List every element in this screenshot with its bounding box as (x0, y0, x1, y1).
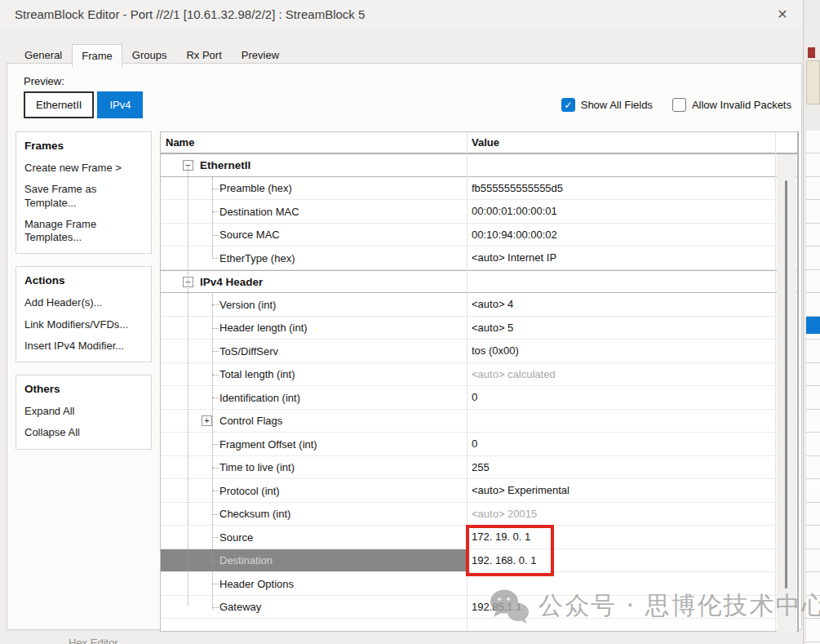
table-row-total-length-int[interactable]: Total length (int)<auto> calculated (161, 363, 797, 387)
tab-rx-port[interactable]: Rx Port (176, 45, 231, 66)
table-row-destination-mac[interactable]: Destination MAC00:00:01:00:00:01 (161, 200, 797, 224)
field-value-cell[interactable]: tos (0x00) (472, 340, 519, 362)
allow-invalid-packets-checkbox[interactable]: ✓ (672, 98, 686, 112)
name-cell[interactable]: Gateway (161, 596, 467, 619)
table-row-preamble-hex[interactable]: Preamble (hex)fb555555555555d5 (161, 177, 797, 201)
name-cell[interactable]: Destination (161, 549, 467, 572)
preview-header-buttons: EthernetIIIPv4 (24, 91, 143, 118)
sidebar-item-manage-frame-templates[interactable]: Manage Frame Templates... (16, 214, 151, 249)
field-value-cell[interactable]: <auto> 20015 (472, 503, 537, 526)
name-cell[interactable]: Version (int) (161, 293, 467, 316)
name-cell[interactable]: Destination MAC (161, 200, 467, 223)
field-value-cell[interactable]: 0 (472, 433, 477, 455)
table-row-header-length-int[interactable]: Header length (int)<auto> 5 (161, 317, 797, 340)
show-all-fields-option[interactable]: ✓ Show All Fields (561, 98, 653, 112)
field-value-cell[interactable]: fb555555555555d5 (472, 177, 563, 200)
name-cell[interactable]: Checksum (int) (161, 503, 467, 526)
sidebar-item-insert-ipv4-modifier[interactable]: Insert IPv4 Modifier... (16, 335, 151, 357)
allow-invalid-packets-label: Allow Invalid Packets (692, 99, 791, 111)
background-cell-fragment (806, 60, 820, 104)
name-cell[interactable]: Time to live (int) (161, 456, 467, 479)
close-icon[interactable]: ✕ (772, 5, 793, 24)
field-name-label: ToS/DiffServ (219, 344, 278, 357)
cell-end-divider (775, 132, 776, 631)
table-row-ethernetii[interactable]: −EthernetII (161, 153, 797, 177)
field-name-label: Fragment Offset (int) (219, 437, 317, 450)
watermark: 公众号 · 思博伦技术中心 (488, 588, 820, 624)
expander-plus-icon[interactable]: + (202, 415, 212, 426)
name-cell[interactable]: −IPv4 Header (161, 271, 467, 293)
preview-segment-ethernetii[interactable]: EthernetII (24, 91, 94, 118)
name-cell[interactable]: ToS/DiffServ (161, 340, 467, 362)
field-name-label: Header length (int) (219, 322, 308, 334)
name-cell[interactable]: +Control Flags (161, 410, 467, 433)
name-cell[interactable]: EtherType (hex) (161, 246, 467, 269)
tree-line (188, 165, 188, 606)
background-icon-fragment (808, 47, 815, 58)
name-cell[interactable]: Source (161, 526, 467, 549)
tree-branch-line (212, 189, 219, 189)
sidebar-item-save-frame-as-template[interactable]: Save Frame as Template... (16, 179, 151, 214)
tab-general[interactable]: General (15, 45, 72, 66)
sidebar-item-collapse-all[interactable]: Collapse All (16, 422, 151, 443)
scrollbar-thumb[interactable] (785, 180, 787, 588)
preview-segment-ipv4[interactable]: IPv4 (97, 91, 143, 118)
highlight-red-box (466, 525, 554, 576)
name-cell[interactable]: Identification (int) (161, 386, 467, 409)
name-cell[interactable]: Protocol (int) (161, 479, 467, 502)
table-scrollbar[interactable] (777, 154, 796, 632)
table-row-time-to-live-int[interactable]: Time to live (int)255 (161, 456, 797, 480)
name-cell[interactable]: Total length (int) (161, 363, 467, 386)
table-row-ipv4-header[interactable]: −IPv4 Header (161, 270, 797, 294)
field-name-label: Time to live (int) (219, 461, 295, 473)
table-row-tos-diffserv[interactable]: ToS/DiffServtos (0x00) (161, 340, 797, 363)
allow-invalid-packets-option[interactable]: ✓ Allow Invalid Packets (672, 98, 791, 112)
frame-fields-table: Name Value −EthernetIIPreamble (hex)fb55… (160, 131, 799, 632)
tree-branch-line (212, 514, 219, 515)
field-name-label: EthernetII (200, 159, 250, 171)
actions-sidebar: FramesCreate new Frame >Save Frame as Te… (16, 131, 152, 462)
tree-branch-line (212, 211, 219, 212)
show-all-fields-checkbox[interactable]: ✓ (561, 98, 575, 112)
table-row-identification-int[interactable]: Identification (int)0 (161, 386, 797, 410)
sidebar-item-link-modifiers-vfds[interactable]: Link Modifiers/VFDs... (16, 314, 151, 335)
field-value-cell[interactable]: 0 (472, 386, 477, 409)
name-cell[interactable]: −EthernetII (161, 154, 467, 176)
table-row-source-mac[interactable]: Source MAC00:10:94:00:00:02 (161, 224, 797, 247)
field-value-cell[interactable]: 00:10:94:00:00:02 (472, 224, 557, 246)
field-name-label: Header Options (219, 577, 294, 589)
field-value-cell[interactable]: <auto> calculated (472, 363, 556, 386)
field-value-cell[interactable]: 00:00:01:00:00:01 (472, 200, 557, 223)
tab-groups[interactable]: Groups (122, 45, 177, 66)
tree-line (212, 294, 213, 610)
title-bar[interactable]: StreamBlock Editor - Port //2/1 [10.61.3… (0, 0, 803, 29)
table-row-protocol-int[interactable]: Protocol (int)<auto> Experimental (161, 479, 797, 503)
column-header-name: Name (166, 136, 194, 149)
column-header-value: Value (472, 136, 499, 149)
name-cell[interactable]: Fragment Offset (int) (161, 433, 467, 455)
field-value-cell[interactable]: 255 (472, 456, 490, 479)
tab-bar: GeneralFrameGroupsRx PortPreview (15, 44, 289, 66)
name-cell[interactable]: Header length (int) (161, 317, 467, 340)
field-value-cell[interactable]: <auto> 4 (472, 293, 513, 316)
tree-line (212, 177, 213, 259)
field-value-cell[interactable]: <auto> 5 (472, 317, 513, 340)
table-row-ethertype-hex[interactable]: EtherType (hex)<auto> Internet IP (161, 246, 797, 270)
name-cell[interactable]: Header Options (161, 572, 467, 595)
field-value-cell[interactable]: <auto> Internet IP (472, 246, 556, 269)
background-table-rows (806, 131, 820, 644)
table-row-fragment-offset-int[interactable]: Fragment Offset (int)0 (161, 433, 797, 456)
sidebar-section-others: OthersExpand AllCollapse All (16, 375, 152, 450)
sidebar-item-expand-all[interactable]: Expand All (16, 401, 151, 422)
name-cell[interactable]: Preamble (hex) (161, 177, 467, 200)
table-row-checksum-int[interactable]: Checksum (int)<auto> 20015 (161, 503, 797, 526)
name-cell[interactable]: Source MAC (161, 224, 467, 246)
sidebar-item-create-new-frame[interactable]: Create new Frame > (16, 158, 151, 179)
table-row-control-flags[interactable]: +Control Flags (161, 410, 797, 433)
tree-branch-line (212, 468, 219, 469)
sidebar-item-add-header-s[interactable]: Add Header(s)... (16, 292, 151, 313)
tab-frame[interactable]: Frame (72, 44, 122, 67)
tab-preview[interactable]: Preview (232, 45, 289, 66)
field-value-cell[interactable]: <auto> Experimental (472, 479, 570, 502)
table-row-version-int[interactable]: Version (int)<auto> 4 (161, 293, 797, 317)
